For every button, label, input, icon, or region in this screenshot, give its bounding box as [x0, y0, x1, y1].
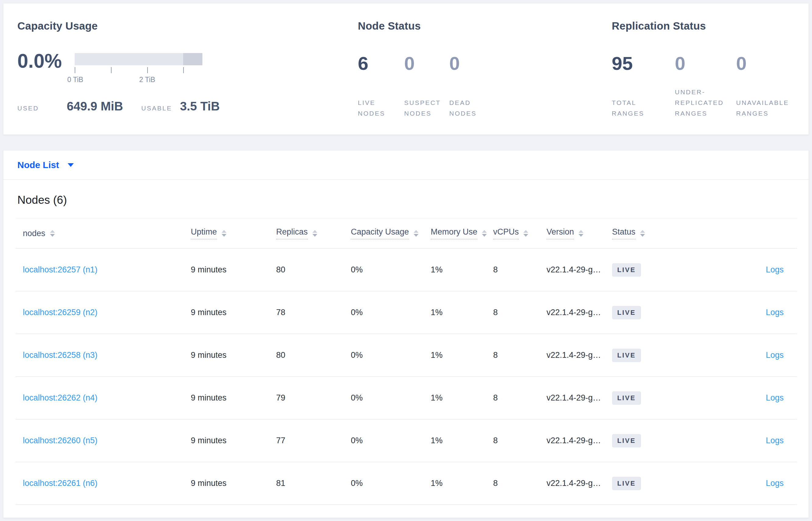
used-value: 649.9 MiB [67, 99, 123, 113]
column-header-uptime[interactable]: Uptime [191, 227, 276, 240]
axis-tick [111, 67, 112, 73]
status-badge: LIVE [612, 306, 641, 319]
capacity-usage-cell: 0% [351, 436, 431, 445]
column-header-label: vCPUs [493, 227, 519, 240]
live-nodes-value: 6 [358, 54, 391, 73]
column-header-replicas[interactable]: Replicas [276, 227, 351, 240]
version-cell: v22.1.4-29-g… [547, 479, 612, 488]
column-header-label: Version [547, 227, 574, 240]
replicas-cell: 80 [276, 265, 351, 274]
vcpus-cell: 8 [493, 393, 547, 403]
capacity-percent-value: 0.0% [17, 52, 62, 70]
table-header-row: nodes Uptime Replicas Capacity Usage Mem… [16, 218, 797, 249]
nodes-table: nodes Uptime Replicas Capacity Usage Mem… [16, 218, 797, 505]
capacity-usage-bar: 0 TiB 2 TiB [75, 53, 202, 85]
sort-icon [640, 230, 645, 237]
sort-icon [222, 230, 226, 237]
logs-link[interactable]: Logs [766, 393, 784, 402]
node-link[interactable]: localhost:26258 (n3) [23, 350, 98, 360]
unavailable-ranges-value: 0 [736, 54, 797, 73]
memory-use-cell: 1% [431, 479, 493, 488]
column-header-status[interactable]: Status [612, 227, 668, 240]
sort-icon [414, 230, 419, 237]
dead-nodes-stat: 0 DEAD NODES [449, 54, 489, 119]
node-link[interactable]: localhost:26257 (n1) [23, 265, 98, 274]
uptime-cell: 9 minutes [191, 350, 276, 360]
logs-link[interactable]: Logs [766, 436, 784, 445]
uptime-cell: 9 minutes [191, 265, 276, 274]
capacity-bar-used-segment [183, 53, 202, 65]
column-header-label: Memory Use [431, 227, 477, 240]
suspect-nodes-stat: 0 SUSPECT NODES [404, 54, 441, 119]
table-row: localhost:26258 (n3) 9 minutes 80 0% 1% … [16, 334, 797, 377]
version-cell: v22.1.4-29-g… [547, 436, 612, 445]
status-badge: LIVE [612, 263, 641, 277]
column-header-label: Capacity Usage [351, 227, 409, 240]
dead-nodes-label: DEAD NODES [449, 97, 489, 119]
node-list-card: Node List Nodes (6) nodes Uptime Replica… [3, 150, 809, 518]
capacity-axis: 0 TiB 2 TiB [75, 65, 202, 85]
replicas-cell: 80 [276, 350, 351, 360]
column-header-label: Replicas [276, 227, 308, 240]
used-label: USED [17, 105, 67, 112]
capacity-usage-cell: 0% [351, 265, 431, 274]
node-list-dropdown-label: Node List [17, 160, 59, 170]
version-cell: v22.1.4-29-g… [547, 265, 612, 274]
version-cell: v22.1.4-29-g… [547, 393, 612, 403]
column-header-nodes[interactable]: nodes [16, 229, 191, 238]
axis-tick [183, 67, 184, 73]
capacity-bar-track [75, 53, 202, 65]
column-header-label: Status [612, 227, 636, 240]
column-header-capacity-usage[interactable]: Capacity Usage [351, 227, 431, 240]
status-badge: LIVE [612, 477, 641, 490]
logs-link[interactable]: Logs [766, 265, 784, 274]
table-row: localhost:26260 (n5) 9 minutes 77 0% 1% … [16, 420, 797, 462]
table-row: localhost:26259 (n2) 9 minutes 78 0% 1% … [16, 291, 797, 334]
memory-use-cell: 1% [431, 436, 493, 445]
status-badge: LIVE [612, 349, 641, 362]
node-list-dropdown[interactable]: Node List [17, 160, 74, 170]
vcpus-cell: 8 [493, 436, 547, 445]
dead-nodes-value: 0 [449, 54, 489, 73]
status-badge: LIVE [612, 391, 641, 405]
unavailable-ranges-label: UNAVAILABLE RANGES [736, 97, 797, 119]
capacity-usage-title: Capacity Usage [17, 20, 220, 32]
column-header-memory-use[interactable]: Memory Use [431, 227, 493, 240]
capacity-usage-cell: 0% [351, 350, 431, 360]
axis-tick [147, 67, 148, 73]
replication-status-section: Replication Status 95 TOTAL RANGES 0 UND… [612, 20, 797, 119]
column-header-label: Uptime [191, 227, 217, 240]
uptime-cell: 9 minutes [191, 393, 276, 403]
nodes-table-title: Nodes (6) [17, 192, 809, 208]
unavailable-ranges-stat: 0 UNAVAILABLE RANGES [736, 54, 797, 119]
usable-value: 3.5 TiB [180, 99, 219, 113]
column-header-version[interactable]: Version [547, 227, 612, 240]
total-ranges-label: TOTAL RANGES [612, 97, 658, 119]
version-cell: v22.1.4-29-g… [547, 308, 612, 317]
memory-use-cell: 1% [431, 265, 493, 274]
sort-icon [482, 230, 487, 237]
replicas-cell: 77 [276, 436, 351, 445]
node-status-section: Node Status 6 LIVE NODES 0 SUSPECT NODES… [358, 20, 489, 119]
under-replicated-ranges-stat: 0 UNDER-REPLICATED RANGES [675, 54, 725, 119]
status-badge: LIVE [612, 434, 641, 448]
capacity-usage-cell: 0% [351, 308, 431, 317]
node-link[interactable]: localhost:26261 (n6) [23, 479, 98, 488]
total-ranges-value: 95 [612, 54, 658, 73]
memory-use-cell: 1% [431, 350, 493, 360]
replicas-cell: 81 [276, 479, 351, 488]
usable-label: USABLE [141, 105, 172, 112]
chevron-down-icon [68, 163, 74, 167]
under-replicated-ranges-value: 0 [675, 54, 725, 73]
node-link[interactable]: localhost:26262 (n4) [23, 393, 98, 402]
logs-link[interactable]: Logs [766, 308, 784, 317]
node-link[interactable]: localhost:26260 (n5) [23, 436, 98, 445]
node-status-title: Node Status [358, 20, 489, 32]
replication-status-title: Replication Status [612, 20, 797, 32]
logs-link[interactable]: Logs [766, 350, 784, 360]
logs-link[interactable]: Logs [766, 479, 784, 488]
node-link[interactable]: localhost:26259 (n2) [23, 308, 98, 317]
under-replicated-ranges-label: UNDER-REPLICATED RANGES [675, 87, 725, 119]
vcpus-cell: 8 [493, 479, 547, 488]
column-header-vcpus[interactable]: vCPUs [493, 227, 547, 240]
